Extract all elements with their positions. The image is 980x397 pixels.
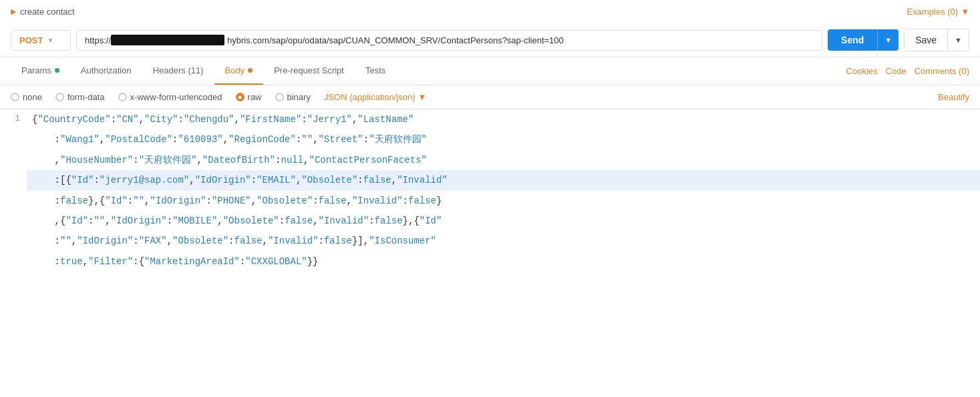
line-number-4: [0, 170, 27, 175]
binary-label: binary: [287, 92, 311, 102]
form-data-radio[interactable]: [55, 93, 64, 101]
code-line-7: :"","IdOrigin":"FAX","Obsolete":false,"I…: [0, 231, 980, 251]
url-bar: POST ▼ https:// Send ▼ Save ▼: [0, 23, 980, 57]
line-content-6[interactable]: ,{"Id":"","IdOrigin":"MOBILE","Obsolete"…: [27, 211, 980, 231]
body-dot: [248, 68, 253, 73]
comments-link[interactable]: Comments (0): [915, 66, 969, 76]
tab-tests-label: Tests: [365, 65, 385, 75]
none-label: none: [23, 92, 42, 102]
line-number-1: 1: [0, 109, 27, 129]
urlencoded-label: x-www-form-urlencoded: [130, 92, 222, 102]
cookies-link[interactable]: Cookies: [846, 66, 878, 76]
send-dropdown-button[interactable]: ▼: [877, 29, 899, 51]
tab-params-label: Params: [21, 65, 51, 75]
urlencoded-radio[interactable]: [118, 93, 127, 101]
send-button[interactable]: Send: [828, 29, 877, 51]
body-type-form-data[interactable]: form-data: [55, 92, 105, 102]
form-data-label: form-data: [67, 92, 105, 102]
send-button-group: Send ▼: [828, 29, 899, 51]
code-area: 1 {"CountryCode":"CN","City":"Chengdu","…: [0, 109, 980, 272]
json-type-chevron-icon: ▼: [418, 92, 426, 102]
tab-headers[interactable]: Headers (11): [142, 57, 214, 85]
line-content-2[interactable]: :"Wang1","PostalCode":"610093","RegionCo…: [27, 129, 980, 149]
line-content-3[interactable]: ,"HouseNumber":"天府软件园","DateofBirth":nul…: [27, 150, 980, 170]
tab-headers-label: Headers (11): [153, 65, 204, 75]
tabs-row: Params Authorization Headers (11) Body P…: [0, 57, 980, 85]
line-number-8: [0, 252, 27, 257]
code-link[interactable]: Code: [886, 66, 907, 76]
tab-body[interactable]: Body: [214, 57, 264, 85]
line-number-7: [0, 231, 27, 236]
tab-body-label: Body: [225, 65, 245, 75]
line-content-4[interactable]: :[{"Id":"jerry1@sap.com","IdOrigin":"EMA…: [27, 170, 980, 190]
code-line-2: :"Wang1","PostalCode":"610093","RegionCo…: [0, 129, 980, 149]
body-type-raw[interactable]: raw: [236, 92, 262, 102]
breadcrumb-arrow: ▶: [11, 7, 16, 16]
line-content-8[interactable]: :true,"Filter":{"MarketingAreaId":"CXXGL…: [27, 252, 980, 272]
none-radio[interactable]: [11, 93, 19, 101]
url-redacted: [111, 35, 224, 45]
line-content-1[interactable]: {"CountryCode":"CN","City":"Chengdu","Fi…: [27, 109, 980, 129]
save-dropdown-button[interactable]: ▼: [947, 29, 969, 51]
tab-right-actions: Cookies Code Comments (0): [846, 58, 969, 84]
params-dot: [55, 68, 59, 73]
body-type-urlencoded[interactable]: x-www-form-urlencoded: [118, 92, 222, 102]
examples-label: Examples (0): [907, 7, 959, 17]
breadcrumb-label: create contact: [20, 7, 75, 17]
json-type-selector[interactable]: JSON (application/json) ▼: [324, 92, 426, 102]
top-bar: ▶ create contact Examples (0) ▼: [0, 0, 980, 23]
code-line-4: :[{"Id":"jerry1@sap.com","IdOrigin":"EMA…: [0, 170, 980, 190]
url-input[interactable]: [224, 31, 822, 50]
breadcrumb: ▶ create contact: [11, 7, 75, 17]
beautify-button[interactable]: Beautify: [938, 92, 969, 102]
line-content-7[interactable]: :"","IdOrigin":"FAX","Obsolete":false,"I…: [27, 231, 980, 251]
code-line-6: ,{"Id":"","IdOrigin":"MOBILE","Obsolete"…: [0, 211, 980, 231]
code-line-3: ,"HouseNumber":"天府软件园","DateofBirth":nul…: [0, 150, 980, 170]
tab-authorization[interactable]: Authorization: [70, 57, 142, 85]
url-prefix: https://: [77, 31, 111, 50]
save-button-group: Save ▼: [904, 29, 969, 51]
method-select[interactable]: POST ▼: [11, 30, 71, 51]
tab-tests[interactable]: Tests: [355, 57, 396, 85]
line-number-6: [0, 211, 27, 216]
tab-pre-request-label: Pre-request Script: [274, 65, 344, 75]
code-line-5: :false},{"Id":"","IdOrigin":"PHONE","Obs…: [0, 191, 980, 211]
body-type-binary[interactable]: binary: [275, 92, 311, 102]
body-type-row: none form-data x-www-form-urlencoded raw…: [0, 85, 980, 109]
json-type-label: JSON (application/json): [324, 92, 416, 102]
tab-params[interactable]: Params: [11, 57, 70, 85]
examples-chevron-icon: ▼: [961, 7, 969, 17]
line-number-2: [0, 129, 27, 135]
method-chevron-icon: ▼: [47, 37, 53, 44]
raw-radio[interactable]: [236, 93, 244, 101]
line-content-5[interactable]: :false},{"Id":"","IdOrigin":"PHONE","Obs…: [27, 191, 980, 211]
line-number-3: [0, 150, 27, 155]
code-line-1: 1 {"CountryCode":"CN","City":"Chengdu","…: [0, 109, 980, 129]
code-line-8: :true,"Filter":{"MarketingAreaId":"CXXGL…: [0, 252, 980, 272]
tab-pre-request[interactable]: Pre-request Script: [263, 57, 355, 85]
examples-button[interactable]: Examples (0) ▼: [907, 7, 969, 17]
body-type-none[interactable]: none: [11, 92, 42, 102]
binary-radio[interactable]: [275, 93, 284, 101]
raw-label: raw: [248, 92, 262, 102]
method-label: POST: [19, 35, 43, 45]
save-button[interactable]: Save: [905, 29, 947, 51]
tab-authorization-label: Authorization: [81, 65, 132, 75]
line-number-5: [0, 191, 27, 196]
